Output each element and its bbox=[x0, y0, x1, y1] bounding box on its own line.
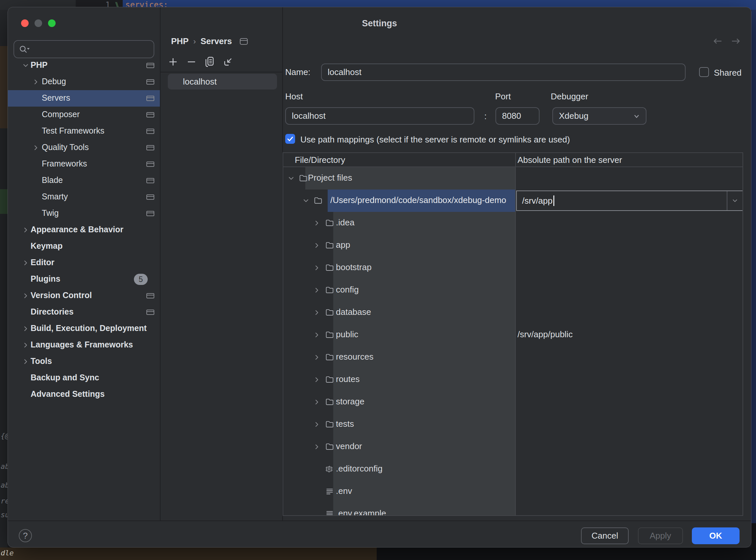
chevron-right-icon[interactable] bbox=[313, 331, 321, 339]
tree-row-app[interactable]: app bbox=[283, 234, 742, 257]
server-list-item-localhost[interactable]: localhost bbox=[168, 74, 277, 89]
sidebar-item-keymap[interactable]: Keymap bbox=[8, 238, 160, 255]
port-input[interactable]: 8080 bbox=[495, 107, 539, 125]
breadcrumb-segment[interactable]: PHP bbox=[171, 36, 188, 46]
tree-row-env-example[interactable]: .env.example bbox=[283, 503, 742, 515]
sidebar-item-smarty[interactable]: Smarty bbox=[8, 189, 160, 205]
chevron-right-icon[interactable] bbox=[313, 353, 321, 361]
name-input[interactable]: localhost bbox=[321, 63, 686, 81]
column-header-absolute-path[interactable]: Absolute path on the server bbox=[517, 155, 622, 165]
row-highlight bbox=[333, 480, 515, 503]
sidebar-item-editor[interactable]: Editor bbox=[8, 255, 160, 271]
tree-row-database[interactable]: database bbox=[283, 301, 742, 324]
sidebar-item-advanced-settings[interactable]: Advanced Settings bbox=[8, 386, 160, 403]
sidebar-item-version-control[interactable]: Version Control bbox=[8, 287, 160, 304]
chevron-down-icon[interactable] bbox=[302, 197, 310, 205]
tree-row-routes[interactable]: routes bbox=[283, 368, 742, 391]
cancel-button[interactable]: Cancel bbox=[581, 527, 629, 544]
chevron-right-icon[interactable] bbox=[313, 219, 321, 227]
import-button[interactable] bbox=[222, 55, 235, 68]
forward-arrow-icon[interactable] bbox=[730, 36, 741, 46]
chevron-right-icon[interactable] bbox=[313, 241, 321, 249]
tree-row-vendor[interactable]: vendor bbox=[283, 436, 742, 458]
duplicate-button[interactable] bbox=[203, 55, 217, 68]
sidebar-item-tools[interactable]: Tools bbox=[8, 353, 160, 370]
modified-settings-icon bbox=[146, 95, 155, 102]
chevron-right-icon[interactable] bbox=[313, 443, 321, 451]
modified-settings-icon bbox=[146, 209, 155, 218]
sidebar-item-servers[interactable]: Servers bbox=[8, 90, 160, 106]
mapping-path-editor[interactable]: /srv/app bbox=[516, 191, 742, 211]
settings-search-input[interactable] bbox=[14, 40, 154, 58]
sidebar-item-plugins[interactable]: Plugins5 bbox=[8, 271, 160, 287]
tree-row-resources[interactable]: resources bbox=[283, 346, 742, 368]
remove-button[interactable] bbox=[185, 55, 198, 68]
apply-button[interactable]: Apply bbox=[638, 527, 683, 544]
tree-row-bootstrap[interactable]: bootstrap bbox=[283, 257, 742, 279]
ok-button[interactable]: OK bbox=[692, 527, 739, 544]
chevron-right-icon[interactable] bbox=[313, 286, 321, 294]
tree-row-idea[interactable]: .idea bbox=[283, 212, 742, 234]
mapping-path-dropdown-button[interactable] bbox=[727, 191, 742, 210]
sidebar-item-languages-frameworks[interactable]: Languages & Frameworks bbox=[8, 337, 160, 353]
tree-row-env[interactable]: .env bbox=[283, 480, 742, 503]
folder-icon bbox=[313, 196, 323, 205]
sidebar-item-directories[interactable]: Directories bbox=[8, 304, 160, 320]
sidebar-item-quality-tools[interactable]: Quality Tools bbox=[8, 140, 160, 156]
tree-row-config[interactable]: config bbox=[283, 279, 742, 301]
tree-row-tests[interactable]: tests bbox=[283, 413, 742, 436]
chevron-down-icon bbox=[731, 197, 739, 204]
chevron-right-icon[interactable] bbox=[313, 376, 321, 384]
tree-row-storage[interactable]: storage bbox=[283, 391, 742, 413]
shared-checkbox[interactable] bbox=[699, 67, 709, 77]
ide-bottom-strip bbox=[0, 547, 377, 560]
chevron-right-icon[interactable] bbox=[313, 398, 321, 406]
sidebar-item-label: Appearance & Behavior bbox=[30, 225, 123, 234]
debugger-select[interactable]: Xdebug bbox=[552, 107, 647, 125]
shared-label: Shared bbox=[714, 68, 741, 78]
sidebar-item-appearance-behavior[interactable]: Appearance & Behavior bbox=[8, 222, 160, 238]
help-button[interactable]: ? bbox=[19, 529, 32, 542]
mapping-path-value[interactable]: /srv/app/public bbox=[517, 329, 573, 340]
sidebar-item-label: Smarty bbox=[42, 192, 68, 201]
sidebar-item-build-execution-deployment[interactable]: Build, Execution, Deployment bbox=[8, 320, 160, 337]
tree-row-label: resources bbox=[336, 352, 373, 362]
sidebar-item-label: Test Frameworks bbox=[42, 126, 104, 136]
chevron-right-icon[interactable] bbox=[313, 308, 321, 317]
sidebar-item-composer[interactable]: Composer bbox=[8, 106, 160, 123]
sidebar-item-twig[interactable]: Twig bbox=[8, 205, 160, 222]
row-highlight bbox=[333, 234, 515, 257]
chevron-down-icon[interactable] bbox=[287, 174, 295, 182]
host-input[interactable]: localhost bbox=[285, 107, 474, 125]
sidebar-item-debug[interactable]: Debug bbox=[8, 74, 160, 90]
tree-row-editorconfig[interactable]: .editorconfig bbox=[283, 458, 742, 480]
sidebar-item-label: Tools bbox=[30, 356, 52, 366]
sidebar-item-php[interactable]: PHP bbox=[8, 57, 160, 74]
sidebar-item-label: Backup and Sync bbox=[30, 373, 99, 382]
sidebar-item-backup-and-sync[interactable]: Backup and Sync bbox=[8, 370, 160, 386]
servers-toolbar bbox=[166, 55, 235, 68]
tree-row-users-predmond-code-sandbox-xdebug-demo[interactable]: /Users/predmond/code/sandbox/xdebug-demo… bbox=[283, 189, 742, 212]
use-path-mappings-checkbox[interactable] bbox=[285, 134, 295, 144]
column-header-file-directory[interactable]: File/Directory bbox=[295, 155, 345, 165]
chevron-right-icon[interactable] bbox=[313, 420, 321, 428]
sidebar-item-test-frameworks[interactable]: Test Frameworks bbox=[8, 123, 160, 140]
chevron-right-icon bbox=[22, 358, 29, 365]
chevron-right-icon bbox=[22, 292, 29, 300]
tree-row-public[interactable]: public/srv/app/public bbox=[283, 324, 742, 346]
name-label: Name: bbox=[285, 67, 310, 77]
row-highlight bbox=[333, 413, 515, 436]
chevron-right-icon[interactable] bbox=[313, 264, 321, 272]
port-label: Port bbox=[495, 92, 511, 102]
dialog-titlebar[interactable]: Settings bbox=[8, 7, 751, 32]
sidebar-item-blade[interactable]: Blade bbox=[8, 173, 160, 189]
tree-row-label: Project files bbox=[308, 173, 352, 183]
file-lines-icon bbox=[325, 509, 334, 515]
folder-icon bbox=[325, 398, 334, 406]
back-arrow-icon[interactable] bbox=[712, 36, 723, 46]
tree-row-project-files[interactable]: Project files bbox=[283, 167, 742, 189]
row-highlight bbox=[333, 368, 515, 391]
folder-icon bbox=[325, 286, 334, 294]
add-button[interactable] bbox=[166, 55, 180, 68]
sidebar-item-frameworks[interactable]: Frameworks bbox=[8, 156, 160, 173]
